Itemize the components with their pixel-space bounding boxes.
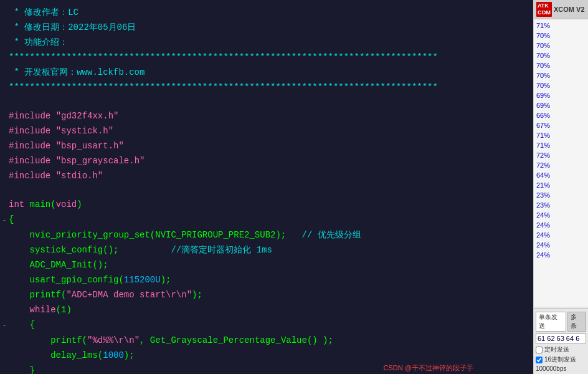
token: "stdio.h"	[56, 171, 103, 181]
code-line: #include "stdio.h"	[0, 168, 533, 183]
xcom-tab-multi[interactable]: 多条	[567, 312, 586, 332]
line-content: ADC_DMA_Init();	[9, 258, 533, 272]
code-line: while(1)	[0, 302, 533, 317]
line-content: * 修改日期：2022年05月06日	[9, 21, 533, 34]
token: //滴答定时器初始化 1ms	[171, 245, 272, 255]
xcom-data-value: 71%	[536, 130, 586, 140]
code-line: -{	[0, 212, 533, 228]
xcom-rate: 100000bps	[536, 365, 586, 372]
code-line: delay_lms(1000);	[0, 348, 533, 363]
xcom-checkbox-hex-row: 16进制发送	[536, 355, 586, 364]
token: printf(	[9, 335, 87, 345]
xcom-title: XCOM V2	[554, 6, 585, 13]
editor-area: * 修改作者：LC * 修改日期：2022年05月06日 * 功能介绍：****…	[0, 0, 533, 374]
xcom-data-value: 21%	[536, 180, 586, 190]
xcom-checkbox-timer-row: 定时发送	[536, 345, 586, 354]
code-line	[0, 183, 533, 197]
line-content: * 修改作者：LC	[9, 6, 533, 19]
token: main(	[24, 199, 55, 209]
token: ****************************************…	[9, 82, 438, 92]
line-content: ****************************************…	[9, 80, 533, 94]
xcom-data-value: 72%	[536, 160, 586, 170]
token	[50, 141, 55, 151]
code-line: * 开发板官网：www.lckfb.com	[0, 65, 533, 80]
xcom-data-value: 24%	[536, 230, 586, 240]
token: , Get_Grayscale_Percentage_Value() );	[140, 335, 333, 345]
line-content: delay_lms(1000);	[9, 348, 533, 362]
token	[50, 156, 55, 166]
xcom-checkbox-timer[interactable]	[536, 347, 543, 353]
token: systick_config();	[9, 245, 171, 255]
xcom-data-value: 24%	[536, 240, 586, 250]
xcom-data-value: 69%	[536, 90, 586, 100]
token: * 修改日期：2022年05月06日	[9, 22, 136, 32]
line-content: printf("ADC+DMA demo start\r\n");	[9, 288, 533, 302]
line-content: * 功能介绍：	[9, 36, 533, 49]
token: 1000	[103, 350, 124, 360]
code-line: printf("%d%%\r\n", Get_Grayscale_Percent…	[0, 333, 533, 348]
xcom-checkbox-timer-label: 定时发送	[544, 345, 569, 354]
code-line	[0, 95, 533, 108]
xcom-divider	[534, 308, 588, 309]
code-line: printf("ADC+DMA demo start\r\n");	[0, 287, 533, 302]
line-content: printf("%d%%\r\n", Get_Grayscale_Percent…	[9, 333, 533, 347]
token: "gd32f4xx.h"	[56, 111, 119, 121]
code-line: int main(void)	[0, 197, 533, 212]
code-line: ****************************************…	[0, 50, 533, 65]
token: );	[192, 290, 202, 300]
line-content: {	[9, 318, 533, 332]
code-line: usart_gpio_config(115200U);	[0, 272, 533, 287]
xcom-checkbox-hex[interactable]	[536, 357, 543, 363]
xcom-checkbox-hex-label: 16进制发送	[544, 355, 576, 364]
xcom-tab-single[interactable]: 单条发送	[536, 312, 566, 332]
xcom-hex-input[interactable]	[536, 333, 586, 343]
token: void	[56, 199, 77, 209]
xcom-data-value: 70%	[536, 60, 586, 70]
line-content: usart_gpio_config(115200U);	[9, 273, 533, 287]
xcom-data-value: 72%	[536, 150, 586, 160]
token: "systick.h"	[56, 126, 113, 136]
editor-wrapper: * 修改作者：LC * 修改日期：2022年05月06日 * 功能介绍：****…	[0, 0, 533, 374]
xcom-data-value: 66%	[536, 110, 586, 120]
xcom-data-value: 70%	[536, 31, 586, 41]
token: ****************************************…	[9, 52, 438, 62]
xcom-data-area[interactable]: 71%70%70%70%70%70%70%69%69%66%67%71%71%7…	[534, 19, 588, 307]
token: )	[77, 199, 82, 209]
token	[50, 111, 55, 121]
fold-icon[interactable]: -	[0, 213, 9, 227]
line-content: #include "stdio.h"	[9, 169, 533, 183]
xcom-header: ATKCOM XCOM V2	[534, 0, 588, 19]
token: ADC_DMA_Init();	[9, 260, 108, 270]
token: "bsp_grayscale.h"	[56, 156, 145, 166]
token: (1)	[56, 305, 72, 315]
line-content: int main(void)	[9, 198, 533, 211]
xcom-data-value: 23%	[536, 190, 586, 200]
token: );	[161, 275, 171, 285]
code-line: * 功能介绍：	[0, 35, 533, 50]
xcom-data-value: 23%	[536, 200, 586, 210]
code-line: #include "bsp_usart.h"	[0, 138, 533, 153]
code-line: #include "systick.h"	[0, 123, 533, 138]
code-line: - {	[0, 317, 533, 333]
token: while	[9, 305, 56, 315]
xcom-data-value: 71%	[536, 140, 586, 150]
token: #include	[9, 171, 50, 181]
token: "%d%%\r\n"	[87, 335, 140, 345]
line-content: systick_config(); //滴答定时器初始化 1ms	[9, 243, 533, 257]
token: 115200U	[124, 275, 161, 285]
token: delay_lms(	[9, 350, 103, 360]
token: usart_gpio_config(	[9, 275, 124, 285]
fold-icon[interactable]: -	[0, 319, 9, 332]
xcom-data-value: 24%	[536, 250, 586, 260]
token: * 开发板官网：www.lckfb.com	[9, 67, 145, 77]
token	[50, 126, 55, 136]
line-content: #include "systick.h"	[9, 124, 533, 138]
token	[50, 171, 55, 181]
line-content: ****************************************…	[9, 50, 533, 64]
line-content: nvic_priority_group_set(NVIC_PRIGROUP_PR…	[9, 228, 533, 242]
line-content: #include "bsp_grayscale.h"	[9, 154, 533, 168]
code-line: ****************************************…	[0, 80, 533, 95]
xcom-data-value: 24%	[536, 210, 586, 220]
token: {	[9, 214, 14, 224]
xcom-tabs: 单条发送 多条	[536, 312, 586, 332]
